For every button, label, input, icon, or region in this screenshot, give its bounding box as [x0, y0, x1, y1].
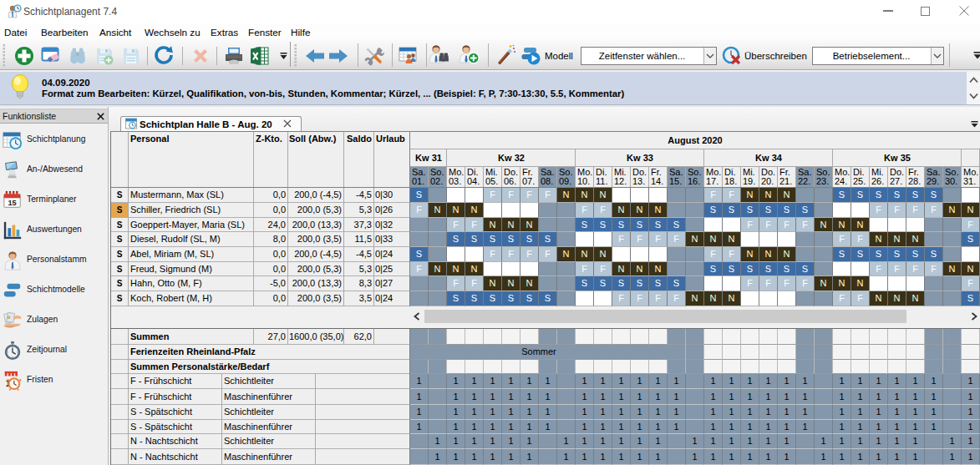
svg-text:15: 15	[8, 199, 16, 207]
